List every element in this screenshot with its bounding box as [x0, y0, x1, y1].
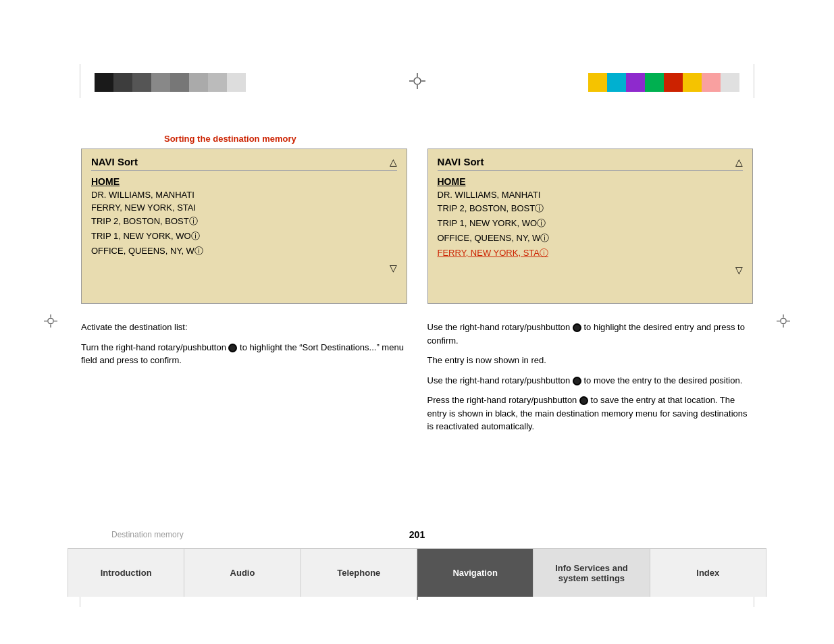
tab-telephone[interactable]: Telephone: [301, 549, 417, 597]
panel-left-title: NAVI Sort: [91, 156, 138, 167]
section-title: Sorting the destination memory: [164, 134, 296, 144]
desc-left-para1: Activate the destination list:: [81, 321, 407, 334]
navi-panel-right: NAVI Sort △ HOME DR. WILLIAMS, MANHATI T…: [427, 149, 754, 304]
tab-index[interactable]: Index: [650, 549, 766, 597]
panel-left-icon: △: [390, 157, 397, 167]
svg-point-0: [414, 78, 421, 84]
desc-left: Activate the destination list: Turn the …: [81, 321, 407, 440]
panel-right-entry-0: HOME: [438, 175, 744, 188]
panel-left-arrow: ▽: [91, 263, 397, 273]
panel-left-entry-3: TRIP 2, BOSTON, BOSTⓘ: [91, 214, 397, 229]
panel-right-entry-3: TRIP 1, NEW YORK, WOⓘ: [438, 216, 744, 231]
panel-right-title: NAVI Sort: [438, 156, 484, 167]
panels-container: NAVI Sort △ HOME DR. WILLIAMS, MANHATI F…: [81, 149, 753, 304]
panel-left-header: NAVI Sort △: [91, 156, 397, 171]
panel-right-entry-2: TRIP 2, BOSTON, BOSTⓘ: [438, 201, 744, 216]
desc-right: Use the right-hand rotary/pushbutton to …: [427, 321, 754, 440]
crosshair-left-icon: [44, 315, 57, 330]
desc-right-para4: Press the right-hand rotary/pushbutton t…: [427, 394, 754, 433]
color-bar-left: [95, 73, 246, 92]
panel-right-icon: △: [735, 157, 743, 167]
vline-left-top: [80, 64, 80, 98]
nav-tabs: Introduction Audio Telephone Navigation …: [68, 548, 766, 597]
desc-right-para3: Use the right-hand rotary/pushbutton to …: [427, 374, 754, 387]
panel-right-entry-1: DR. WILLIAMS, MANHATI: [438, 188, 744, 201]
tab-info-services[interactable]: Info Services and system settings: [533, 549, 650, 597]
crosshair-top-icon: [409, 73, 425, 89]
panel-right-entry-5: FERRY, NEW YORK, STAⓘ: [438, 246, 744, 261]
panel-left-entry-2: FERRY, NEW YORK, STAI: [91, 201, 397, 214]
crosshair-right-icon: [777, 315, 790, 330]
panel-left-entry-0: HOME: [91, 175, 397, 188]
desc-right-para2: The entry is now shown in red.: [427, 354, 754, 367]
svg-point-10: [781, 318, 786, 323]
desc-container: Activate the destination list: Turn the …: [81, 321, 753, 440]
tab-audio[interactable]: Audio: [184, 549, 301, 597]
panel-right-arrow: ▽: [438, 265, 744, 275]
desc-left-para2: Turn the right-hand rotary/pushbutton to…: [81, 341, 407, 367]
color-bar-right: [588, 73, 739, 92]
panel-left-entry-1: DR. WILLIAMS, MANHATI: [91, 188, 397, 201]
navi-panel-left: NAVI Sort △ HOME DR. WILLIAMS, MANHATI F…: [81, 149, 407, 304]
desc-right-para1: Use the right-hand rotary/pushbutton to …: [427, 321, 754, 347]
panel-right-entry-4: OFFICE, QUEENS, NY, Wⓘ: [438, 231, 744, 246]
footer-page-number: 201: [409, 529, 425, 540]
svg-point-5: [48, 318, 53, 323]
tab-navigation[interactable]: Navigation: [417, 549, 533, 597]
footer-label: Destination memory: [111, 530, 184, 539]
tab-introduction[interactable]: Introduction: [68, 549, 184, 597]
panel-right-header: NAVI Sort △: [438, 156, 744, 171]
vline-right-top: [754, 64, 754, 98]
panel-left-entry-4: TRIP 1, NEW YORK, WOⓘ: [91, 229, 397, 244]
panel-left-entry-5: OFFICE, QUEENS, NY, Wⓘ: [91, 244, 397, 259]
